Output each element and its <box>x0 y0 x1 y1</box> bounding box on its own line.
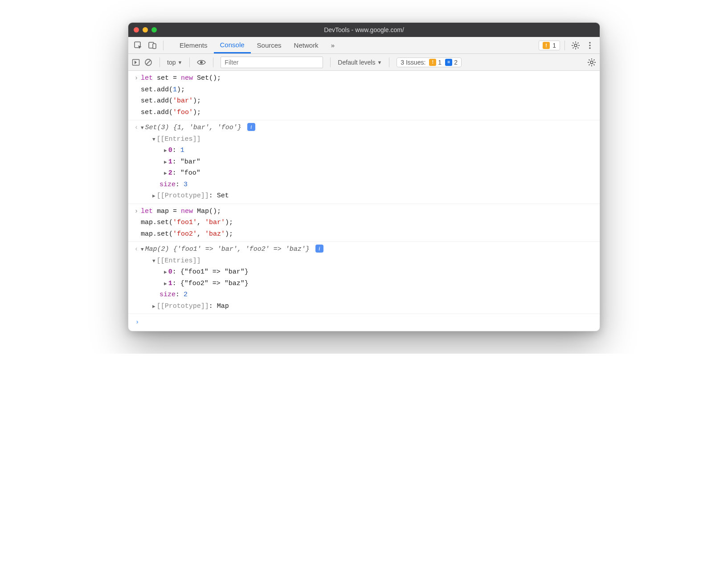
log-levels-dropdown[interactable]: Default levels ▼ <box>338 59 382 66</box>
svg-rect-2 <box>153 44 156 49</box>
warnings-count: 1 <box>552 42 556 49</box>
tab-overflow[interactable]: » <box>325 37 341 53</box>
svg-line-10 <box>573 47 574 48</box>
expand-toggle-icon[interactable] <box>141 122 144 134</box>
svg-line-9 <box>577 47 578 48</box>
inspect-element-icon[interactable] <box>132 39 144 52</box>
expand-toggle-icon[interactable] <box>152 301 155 312</box>
expand-toggle-icon[interactable] <box>141 244 144 255</box>
kebab-menu-icon[interactable] <box>584 39 596 52</box>
svg-point-14 <box>589 47 591 49</box>
console-prompt[interactable]: › <box>128 314 600 331</box>
info-badge-icon[interactable]: i <box>315 245 323 253</box>
svg-point-3 <box>574 44 577 47</box>
expand-toggle-icon[interactable] <box>164 278 167 290</box>
clear-console-icon[interactable] <box>144 58 152 66</box>
svg-line-11 <box>577 42 578 43</box>
console-output: › let set = new Set();set.add(1);set.add… <box>128 71 600 331</box>
info-badge-icon[interactable]: i <box>247 123 255 131</box>
execution-context-dropdown[interactable]: top ▼ <box>167 59 182 66</box>
issues-label: 3 Issues: <box>401 59 425 66</box>
input-prompt-icon: › <box>133 317 142 328</box>
settings-gear-icon[interactable] <box>569 39 582 52</box>
toggle-sidebar-icon[interactable] <box>132 58 140 66</box>
log-levels-label: Default levels <box>338 59 375 66</box>
execution-context-label: top <box>167 59 176 66</box>
tab-sources[interactable]: Sources <box>251 37 288 53</box>
maximize-window-button[interactable] <box>151 27 157 33</box>
console-input-row[interactable]: › let set = new Set();set.add(1);set.add… <box>128 71 600 120</box>
window-title: DevTools - www.google.com/ <box>128 26 600 33</box>
device-toggle-icon[interactable] <box>146 39 159 52</box>
expand-toggle-icon[interactable] <box>164 145 167 156</box>
separator <box>564 41 565 50</box>
issues-summary[interactable]: 3 Issues: !1 =2 <box>397 57 462 67</box>
main-toolbar: Elements Console Sources Network » ! 1 <box>128 37 600 54</box>
minimize-window-button[interactable] <box>143 27 148 33</box>
expand-toggle-icon[interactable] <box>152 255 155 267</box>
svg-line-26 <box>589 64 590 65</box>
console-toolbar: top ▼ Default levels ▼ 3 Issues: !1 =2 <box>128 54 600 71</box>
svg-line-27 <box>593 59 594 60</box>
issues-warn-chip: !1 <box>429 59 442 66</box>
chevron-down-icon: ▼ <box>377 60 382 65</box>
svg-line-8 <box>573 42 574 43</box>
issues-info-chip: =2 <box>445 59 458 66</box>
svg-line-17 <box>146 60 151 65</box>
devtools-window: DevTools - www.google.com/ Elements Cons… <box>128 22 600 331</box>
live-expression-eye-icon[interactable] <box>197 58 206 67</box>
console-input-empty[interactable] <box>142 317 595 328</box>
console-settings-gear-icon[interactable] <box>587 58 596 67</box>
tab-network[interactable]: Network <box>288 37 325 53</box>
svg-point-18 <box>200 61 203 64</box>
svg-point-19 <box>590 61 593 64</box>
expand-toggle-icon[interactable] <box>152 190 155 202</box>
window-controls <box>134 27 157 33</box>
input-prompt-icon: › <box>132 73 141 118</box>
chevron-down-icon: ▼ <box>177 60 182 65</box>
expand-toggle-icon[interactable] <box>164 156 167 168</box>
panel-tabs: Elements Console Sources Network » <box>173 37 341 53</box>
output-indicator-icon: ‹ <box>132 244 141 312</box>
titlebar: DevTools - www.google.com/ <box>128 23 600 37</box>
svg-line-24 <box>589 59 590 60</box>
console-input-code: let map = new Map();map.set('foo1', 'bar… <box>141 206 595 240</box>
warning-icon: ! <box>543 42 550 49</box>
filter-input[interactable] <box>221 57 323 68</box>
console-result-row[interactable]: ‹ Map(2) {'foo1' => 'bar', 'foo2' => 'ba… <box>128 242 600 314</box>
separator <box>189 57 190 67</box>
separator <box>163 41 164 50</box>
console-input-code: let set = new Set();set.add(1);set.add('… <box>141 73 595 118</box>
tab-elements[interactable]: Elements <box>173 37 214 53</box>
console-result-row[interactable]: ‹ Set(3) {1, 'bar', 'foo'} i[[Entries]]0… <box>128 120 600 204</box>
separator <box>389 57 389 67</box>
info-icon: = <box>445 59 452 66</box>
svg-line-25 <box>593 64 594 65</box>
separator <box>160 57 160 67</box>
warnings-badge[interactable]: ! 1 <box>539 41 560 50</box>
console-result-object: Map(2) {'foo1' => 'bar', 'foo2' => 'baz'… <box>141 244 595 312</box>
separator <box>213 57 213 67</box>
expand-toggle-icon[interactable] <box>152 134 155 145</box>
input-prompt-icon: › <box>132 206 141 240</box>
output-indicator-icon: ‹ <box>132 122 141 202</box>
warning-icon: ! <box>429 59 436 66</box>
console-result-object: Set(3) {1, 'bar', 'foo'} i[[Entries]]0: … <box>141 122 595 202</box>
tab-console[interactable]: Console <box>214 37 251 53</box>
svg-point-12 <box>589 42 591 44</box>
console-input-row[interactable]: › let map = new Map();map.set('foo1', 'b… <box>128 204 600 242</box>
close-window-button[interactable] <box>134 27 139 33</box>
expand-toggle-icon[interactable] <box>164 266 167 278</box>
separator <box>330 57 331 67</box>
expand-toggle-icon[interactable] <box>164 167 167 179</box>
svg-point-13 <box>589 45 591 46</box>
